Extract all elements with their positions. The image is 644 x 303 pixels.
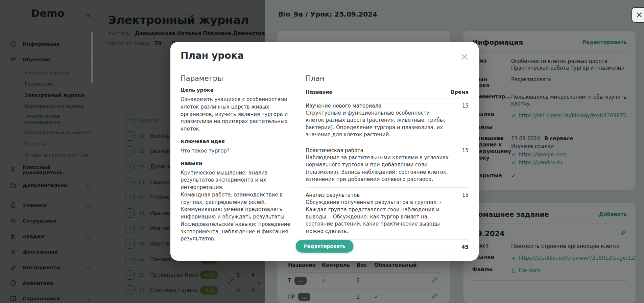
plan-row-time: 15 bbox=[450, 103, 469, 138]
plan-row: Практическая работа Наблюдение за растит… bbox=[306, 143, 469, 188]
plan-row-title: Анализ результатов bbox=[306, 192, 450, 198]
plan-col-name: Название bbox=[306, 89, 450, 95]
skills-label: Навыки bbox=[181, 161, 293, 166]
plan-total-time: 45 bbox=[450, 244, 469, 250]
plan-row-desc: Структурные и функциональные особенности… bbox=[306, 110, 450, 138]
plan-row-time: 15 bbox=[450, 147, 469, 183]
app: Demo « Информация Обучение Учеб bbox=[0, 0, 644, 303]
plan-row-title: Практическая работа bbox=[306, 147, 450, 154]
close-icon bbox=[636, 11, 643, 18]
skills-text: Критическое мышление: анализ результатов… bbox=[181, 169, 293, 243]
modal-params-column: Параметры Цель урока Ознакомить учащихся… bbox=[181, 74, 293, 234]
plan-table-header: Название Время bbox=[306, 87, 469, 98]
goal-text: Ознакомить учащихся с особенностями клет… bbox=[181, 96, 293, 133]
plan-row: Изучение нового материала Структурные и … bbox=[306, 98, 469, 143]
plan-row-time: 15 bbox=[450, 192, 469, 235]
plan-row-title: Изучение нового материала bbox=[306, 103, 450, 109]
plan-col-time: Время bbox=[450, 89, 469, 95]
goal-label: Цель урока bbox=[181, 87, 293, 93]
edit-plan-button[interactable]: Редактировать bbox=[296, 240, 354, 253]
plan-row-desc: Обсуждение полученных результатов в груп… bbox=[306, 199, 450, 235]
modal-close-button[interactable] bbox=[460, 52, 469, 62]
params-heading: Параметры bbox=[181, 74, 293, 83]
modal-title: План урока bbox=[181, 50, 244, 61]
close-icon bbox=[460, 52, 469, 62]
idea-text: Что такое тургор? bbox=[181, 147, 293, 155]
drawer-close-button[interactable] bbox=[631, 7, 644, 23]
plan-heading: План bbox=[306, 74, 469, 83]
idea-label: Ключевая идея bbox=[181, 139, 293, 144]
modal-plan-column: План Название Время Изучение нового мате… bbox=[306, 74, 469, 234]
plan-row-desc: Наблюдение за растительными клетками в у… bbox=[306, 154, 450, 183]
lesson-plan-modal: План урока Параметры Цель урока Ознакоми… bbox=[170, 42, 479, 261]
plan-row: Анализ результатов Обсуждение полученных… bbox=[306, 188, 469, 239]
